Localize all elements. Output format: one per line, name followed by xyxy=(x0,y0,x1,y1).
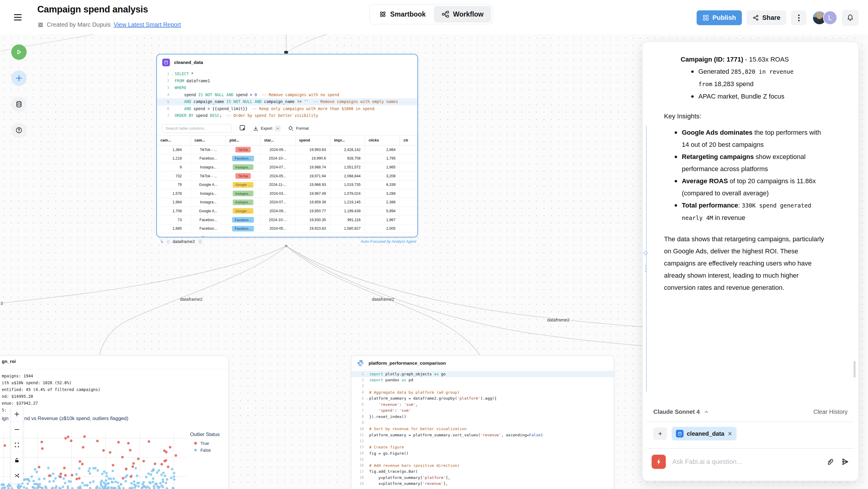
run-workflow-button[interactable] xyxy=(11,44,27,60)
model-selector[interactable]: Claude Sonnet 4 xyxy=(653,408,709,415)
zoom-out-icon[interactable] xyxy=(11,422,23,437)
export-button[interactable]: Export xyxy=(253,125,281,131)
code-line[interactable]: 18 y=platform_summary['platform'], xyxy=(351,475,614,481)
table-row[interactable]: 9Instagra...Instagra...2024-07...19,988.… xyxy=(157,163,417,172)
prev-page-icon[interactable]: ‹ xyxy=(373,236,375,237)
code-line[interactable]: 11platform_summary = platform_summary.so… xyxy=(351,432,614,438)
column-header[interactable]: star... xyxy=(260,135,296,145)
ask-question-input[interactable] xyxy=(672,458,819,466)
code-line[interactable]: 7ORDER BY spend DESC; -- Order by spend … xyxy=(157,112,417,119)
table-row[interactable]: 79Google A...Google ...2024-11-...19,968… xyxy=(157,181,417,189)
code-line[interactable]: 17fig.add_trace(go.Bar( xyxy=(351,468,614,475)
table-row[interactable]: 1,984Instagra...Instagra...2024-07...19,… xyxy=(157,198,417,207)
column-header[interactable]: clicks xyxy=(365,135,400,145)
code-line[interactable]: 1import plotly.graph_objects as go xyxy=(351,371,614,377)
code-line[interactable]: 3 xyxy=(351,383,614,389)
chat-scrollbar[interactable] xyxy=(854,361,856,378)
code-line[interactable]: 6 'revenue': 'sum', xyxy=(351,401,614,407)
column-header[interactable]: plat... xyxy=(226,135,260,145)
table-cell: 1,965 xyxy=(365,163,400,172)
table-cell: Faceboo... xyxy=(226,224,260,233)
column-header[interactable]: impr... xyxy=(330,135,365,145)
help-button[interactable] xyxy=(11,123,27,138)
fit-view-icon[interactable] xyxy=(11,437,23,453)
sql-code-editor[interactable]: 1⌄SELECT *2FROM dataframe13WHERE4 spend … xyxy=(157,69,417,122)
drag-handle-icon[interactable]: ••• xyxy=(645,265,647,273)
code-line[interactable]: 4 spend IS NOT NULL AND spend > 0 -- Rem… xyxy=(157,91,417,98)
column-header[interactable]: cam... xyxy=(191,135,226,145)
code-line[interactable]: 19 x=platform_summary['revenue'], xyxy=(351,481,614,487)
run-play-icon xyxy=(16,49,23,56)
code-line[interactable]: 2import pandas as pd xyxy=(351,377,614,383)
data-sources-button[interactable] xyxy=(11,96,27,112)
context-chip-label: cleaned_data xyxy=(687,430,724,437)
expand-table-icon[interactable] xyxy=(239,125,245,132)
lock-open-icon[interactable] xyxy=(11,453,23,468)
table-cell: 2,005 xyxy=(365,224,400,233)
column-header[interactable]: cam... xyxy=(157,135,191,145)
paperclip-icon[interactable] xyxy=(826,458,834,466)
column-header[interactable]: ctr xyxy=(400,135,417,145)
table-cell: 1,708 xyxy=(157,207,191,215)
node-platform-performance-comparison[interactable]: platform_performance_comparison 1import … xyxy=(351,356,614,489)
column-header[interactable]: spend xyxy=(296,135,330,145)
kebab-menu-icon[interactable] xyxy=(791,10,806,25)
clear-history-button[interactable]: Clear History xyxy=(813,408,847,415)
table-row[interactable]: 1,218Faceboo...Faceboo...2024-10-...19,9… xyxy=(157,154,417,163)
context-chip-cleaned-data[interactable]: cleaned_data ✕ xyxy=(672,427,737,440)
edge-label-dataframe2-clipped: 2 xyxy=(1,301,3,306)
drag-handle-icon[interactable] xyxy=(198,239,203,244)
code-line[interactable]: 10# Sort by revenue for better visualiza… xyxy=(351,426,614,432)
legend-item-true[interactable]: True xyxy=(190,440,220,447)
scatter-plot[interactable] xyxy=(0,429,189,489)
avatar[interactable]: L xyxy=(823,11,837,25)
share-button[interactable]: Share xyxy=(747,10,786,25)
model-name-label: Claude Sonnet 4 xyxy=(653,408,700,415)
node-cleaned-data[interactable]: cleaned_data 1⌄SELECT *2FROM dataframe13… xyxy=(156,54,418,237)
search-table-columns-input[interactable] xyxy=(162,124,231,133)
table-row[interactable]: 732TikTok - ...TikTok2024-05...19,971.94… xyxy=(157,172,417,181)
notifications-button[interactable] xyxy=(842,10,859,26)
export-chevron-icon[interactable] xyxy=(275,125,281,131)
publish-button[interactable]: Publish xyxy=(696,10,742,25)
code-line[interactable]: 9 xyxy=(351,420,614,426)
menu-icon[interactable] xyxy=(14,12,23,21)
code-line[interactable]: 4# Aggregate data by platform (ad group) xyxy=(351,389,614,395)
info-icon[interactable] xyxy=(201,236,205,237)
chat-message-area[interactable]: Campaign (ID: 1771) - 15.63x ROAS Genera… xyxy=(643,42,858,410)
table-row[interactable]: 1,685Faceboo...Faceboo...2024-05...19,92… xyxy=(157,224,417,233)
node-connection-handle[interactable] xyxy=(284,51,288,54)
code-line[interactable]: 14fig = go.Figure() xyxy=(351,450,614,456)
code-line[interactable]: 15 xyxy=(351,456,614,462)
code-line[interactable]: 13# Create figure xyxy=(351,444,614,450)
code-line[interactable]: 5⌄platform_summary = dataframe2.groupby(… xyxy=(351,395,614,401)
code-line[interactable]: 7 'spend': 'sum' xyxy=(351,407,614,414)
format-button[interactable]: Format xyxy=(288,126,309,131)
code-line[interactable]: 8}).reset_index() xyxy=(351,414,614,420)
table-row[interactable]: 1,578Instagra...Instagra...2024-03...19,… xyxy=(157,189,417,198)
code-line[interactable]: 1⌄SELECT * xyxy=(157,70,417,78)
tab-workflow[interactable]: Workflow xyxy=(434,6,491,23)
code-line[interactable]: 5 AND campaign_name IS NOT NULL AND camp… xyxy=(157,98,417,105)
add-cell-button[interactable] xyxy=(11,70,27,86)
output-dataframe-tag[interactable]: ↳ ◇ dataframe2 xyxy=(160,239,203,244)
code-line[interactable]: 2FROM dataframe1 xyxy=(157,78,417,85)
send-icon[interactable] xyxy=(840,457,849,466)
code-line[interactable]: 16# Add revenue bars (positive direction… xyxy=(351,462,614,468)
table-row[interactable]: 73Faceboo...Faceboo...2024-10-...19,930.… xyxy=(157,215,417,224)
add-context-button[interactable]: + xyxy=(653,427,667,440)
code-line[interactable]: 6 AND spend > {{spend_limit}} -- Keep on… xyxy=(157,105,417,113)
next-page-icon[interactable]: › xyxy=(410,236,412,237)
table-row[interactable]: 1,708Google A...Google ...2024-09...19,9… xyxy=(157,207,417,216)
code-line[interactable]: 3WHERE xyxy=(157,84,417,91)
table-row[interactable]: 1,364TikTok - ...TikTok2024-09...19,993.… xyxy=(157,146,417,154)
tab-smartbook[interactable]: Smartbook xyxy=(371,6,433,23)
dataframe-diamond-icon[interactable]: ◇ xyxy=(643,249,648,256)
python-code-editor[interactable]: 1import plotly.graph_objects as go2impor… xyxy=(351,370,614,489)
code-line[interactable]: 12 xyxy=(351,438,614,444)
legend-item-false[interactable]: False xyxy=(190,447,220,454)
shuffle-layout-icon[interactable] xyxy=(11,468,23,483)
zoom-in-icon[interactable] xyxy=(11,406,23,422)
view-smart-report-link[interactable]: View Latest Smart Report xyxy=(114,21,181,28)
close-icon[interactable]: ✕ xyxy=(728,430,733,437)
